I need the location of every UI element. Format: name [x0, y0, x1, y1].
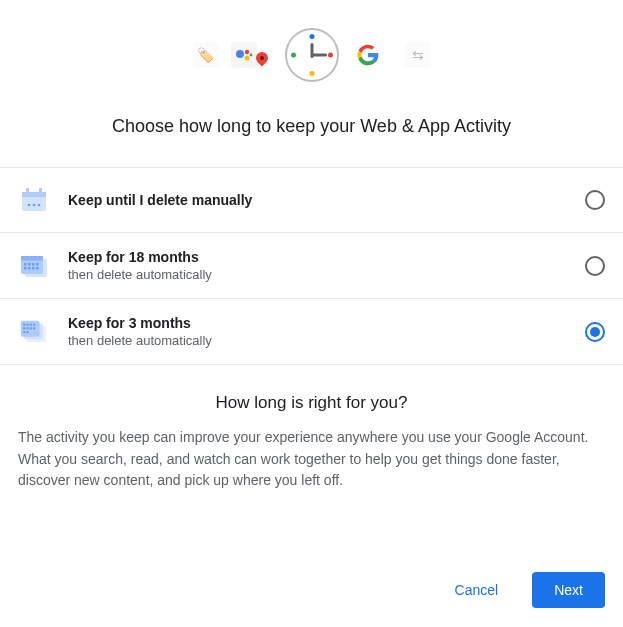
- radio-button[interactable]: [585, 256, 605, 276]
- svg-rect-31: [30, 327, 32, 329]
- options-list: Keep until I delete manually Keep for 18…: [0, 167, 623, 365]
- option-sublabel: then delete automatically: [68, 267, 567, 282]
- option-text: Keep for 18 months then delete automatic…: [68, 249, 567, 282]
- svg-rect-32: [33, 327, 35, 329]
- option-label: Keep for 3 months: [68, 315, 567, 331]
- svg-rect-13: [21, 256, 43, 261]
- google-g-icon: [355, 42, 381, 68]
- option-label: Keep until I delete manually: [68, 192, 567, 208]
- svg-point-3: [249, 54, 252, 57]
- clock-icon: [285, 28, 339, 82]
- svg-rect-17: [36, 263, 39, 266]
- svg-rect-18: [24, 267, 27, 270]
- svg-rect-14: [24, 263, 27, 266]
- svg-rect-25: [23, 323, 25, 325]
- info-body: The activity you keep can improve your e…: [18, 427, 605, 492]
- radio-button[interactable]: [585, 322, 605, 342]
- svg-rect-21: [36, 267, 39, 270]
- option-label: Keep for 18 months: [68, 249, 567, 265]
- calendar-18m-icon: [18, 250, 50, 282]
- svg-rect-16: [32, 263, 35, 266]
- option-text: Keep for 3 months then delete automatica…: [68, 315, 567, 348]
- svg-rect-19: [28, 267, 31, 270]
- svg-point-10: [38, 204, 41, 207]
- cancel-button[interactable]: Cancel: [433, 572, 521, 608]
- option-keep-18-months[interactable]: Keep for 18 months then delete automatic…: [0, 233, 623, 299]
- svg-rect-33: [23, 331, 25, 333]
- radio-button[interactable]: [585, 190, 605, 210]
- svg-point-1: [244, 50, 248, 54]
- misc-icon: ⇆: [405, 42, 431, 68]
- svg-rect-27: [30, 323, 32, 325]
- svg-point-2: [244, 56, 249, 61]
- svg-point-8: [28, 204, 31, 207]
- svg-rect-15: [28, 263, 31, 266]
- svg-point-0: [236, 50, 244, 58]
- svg-rect-29: [23, 327, 25, 329]
- svg-rect-30: [26, 327, 28, 329]
- svg-rect-28: [33, 323, 35, 325]
- svg-rect-20: [32, 267, 35, 270]
- page-title: Choose how long to keep your Web & App A…: [0, 90, 623, 167]
- tag-icon: 🏷️: [193, 42, 219, 68]
- dialog: 🏷️ ⇆ Choose how long to keep your Web & …: [0, 0, 623, 627]
- svg-point-9: [33, 204, 36, 207]
- info-title: How long is right for you?: [18, 393, 605, 413]
- hero-icons: 🏷️ ⇆: [0, 0, 623, 90]
- option-sublabel: then delete automatically: [68, 333, 567, 348]
- next-button[interactable]: Next: [532, 572, 605, 608]
- calendar-manual-icon: [18, 184, 50, 216]
- info-section: How long is right for you? The activity …: [0, 365, 623, 502]
- assistant-icon: [231, 42, 257, 68]
- svg-rect-7: [39, 188, 42, 194]
- svg-rect-6: [26, 188, 29, 194]
- calendar-3m-icon: [18, 316, 50, 348]
- svg-rect-5: [22, 192, 46, 197]
- footer: Cancel Next: [0, 502, 623, 627]
- option-keep-3-months[interactable]: Keep for 3 months then delete automatica…: [0, 299, 623, 365]
- option-text: Keep until I delete manually: [68, 192, 567, 208]
- svg-rect-26: [26, 323, 28, 325]
- svg-rect-34: [26, 331, 28, 333]
- option-keep-manual[interactable]: Keep until I delete manually: [0, 168, 623, 233]
